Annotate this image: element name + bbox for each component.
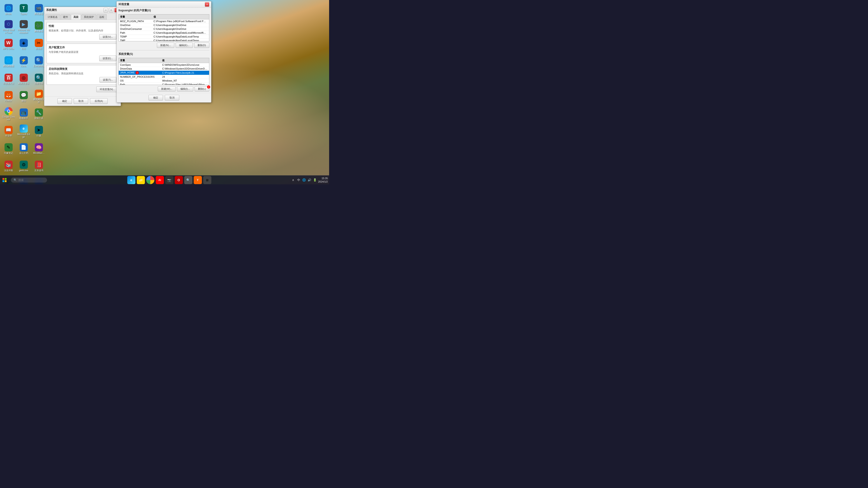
tab-remote[interactable]: 远程	[97, 14, 107, 20]
envvar-sys-table-row[interactable]: JAVA_HOME1C:\Program Files\Java\jdk-21	[119, 71, 209, 75]
desktop-icon-jingnote[interactable]: ✎ 印象笔记	[1, 140, 16, 157]
taskbar-app-file-explorer[interactable]: 📁	[137, 176, 145, 184]
jingdong-label: 京东读书	[34, 169, 43, 172]
sysprop-tabs: 计算机名 硬件 高级 系统保护 远程	[44, 13, 121, 20]
envvar-user-var-name: MOZ_PLUGIN_PATH	[119, 20, 152, 23]
envvar-user-table-container[interactable]: 变量 值 MOZ_PLUGIN_PATHC:\Program Files (x8…	[119, 14, 209, 41]
dianshizhushou-icon: 📺	[20, 108, 28, 117]
sysprop-perf-settings-btn[interactable]: 设置(V)...	[99, 34, 116, 40]
envvar-user-buttons: 新建(N)... 编辑(E)... 删除(D)	[117, 41, 211, 49]
jinshangdoc-label: 金山文档	[19, 152, 28, 155]
desktop-icon-dingding[interactable]: ◈ 钉钉	[16, 36, 31, 53]
sysprop-envvar-btn[interactable]: 环境变量(N)...	[96, 87, 119, 92]
desktop-icon-chrome[interactable]: Google Chrome	[1, 105, 16, 123]
tab-computer-name[interactable]: 计算机名	[45, 14, 60, 20]
envvar-cancel-btn[interactable]: 取消	[165, 95, 179, 101]
sysprop-minimize-btn[interactable]: ─	[103, 8, 108, 12]
taskbar-app-chrome[interactable]	[146, 176, 154, 184]
tencent-meeting-label: 腾讯会议	[34, 13, 43, 15]
taskbar-search-bar[interactable]: 🔍	[11, 177, 47, 183]
taskbar-app-opera[interactable]: O	[175, 176, 183, 184]
desktop-icon-baidu[interactable]: 百 百度输入法	[1, 71, 16, 88]
envvar-user-table-row[interactable]: OneDriveConsumerC:\Users\liuguangle\OneD…	[119, 27, 209, 31]
envvar-sys-table-container[interactable]: 变量 值 ComSpecC:\WINDOWS\system32\cmd.exeD…	[119, 58, 209, 85]
envvar-sys-table-row[interactable]: PathC:\Program Files (x86)\VMware\VMware…	[119, 83, 209, 85]
sysprop-startup-settings-btn[interactable]: 设置(T)...	[99, 77, 116, 83]
desktop-icon-xunlei[interactable]: ⚡ Xunlei	[16, 53, 31, 70]
taskbar-app-magnifier[interactable]: 🔍	[184, 176, 192, 184]
envvar-user-table-row[interactable]: TMPC:\Users\liuguangle\AppData\Local\Tem…	[119, 39, 209, 41]
tab-hardware[interactable]: 硬件	[61, 14, 70, 20]
desktop-icon-geek[interactable]: ⚙ geek.exe	[16, 158, 31, 175]
envvar-user-table: 变量 值 MOZ_PLUGIN_PATHC:\Program Files (x8…	[119, 14, 209, 41]
desktop-icon-wps[interactable]: W WPS Office	[1, 36, 16, 53]
envvar-user-table-row[interactable]: PathC:\Users\liuguangle\AppData\Local\Mi…	[119, 31, 209, 35]
tray-expand-btn[interactable]: ∧	[291, 178, 296, 182]
sysprop-title: 系统属性	[46, 8, 57, 12]
qqbrowser-label: 腾讯网络图	[3, 65, 14, 68]
taskbar-app-camera[interactable]: 📷	[165, 176, 174, 184]
taskbar-search-icon: 🔍	[13, 178, 17, 182]
desktop-icon-weixin[interactable]: 💬 微信	[16, 88, 31, 105]
taskbar-app-edge[interactable]: e	[127, 176, 135, 184]
desktop-icon-qqbrowser[interactable]: 🌐 腾讯网络图	[1, 53, 16, 70]
sysprop-profile-settings-btn[interactable]: 设置(E)...	[99, 56, 116, 61]
desktop-icon-dirvuio[interactable]: 🌐 dirvuio	[1, 1, 16, 18]
tab-system-protection[interactable]: 系统保护	[81, 14, 96, 20]
envvar-user-table-row[interactable]: TEMPC:\Users\liuguangle\AppData\Local\Te…	[119, 35, 209, 39]
desktop-icon-zuoye[interactable]: 📖 作业帮	[1, 123, 16, 140]
envvar-sys-table-row[interactable]: ComSpecC:\WINDOWS\system32\cmd.exe	[119, 63, 209, 67]
envvar-user-table-row[interactable]: MOZ_PLUGIN_PATHC:\Program Files (x86)\Fo…	[119, 20, 209, 23]
envvar-sys-edit-btn[interactable]: 编辑(I)...	[177, 86, 193, 92]
xunsuoshuke-icon: 🔍	[35, 74, 43, 82]
envvar-user-var-name: OneDrive	[119, 23, 152, 27]
tray-battery-icon[interactable]: 🔋	[313, 178, 317, 182]
envvar-user-table-row[interactable]: OneDriveC:\Users\liuguangle\OneDrive	[119, 23, 209, 27]
envvar-sys-new-btn[interactable]: 新建(W)...	[158, 86, 176, 92]
envvar-sys-table-row[interactable]: DriverDataC:\Windows\System32\Drivers\Dr…	[119, 67, 209, 71]
taskbar-app-unknown[interactable]: ⊞	[203, 176, 211, 184]
tab-advanced[interactable]: 高级	[71, 14, 81, 20]
tray-volume-icon[interactable]: 🔊	[307, 178, 312, 182]
desktop-icon-mindmanager[interactable]: 🧠 MindMan...	[31, 140, 46, 157]
envvar-sys-table-row[interactable]: NUMBER_OF_PROCESSORS24	[119, 75, 209, 79]
dianshizhushou-label: 电视助手	[19, 117, 28, 120]
sysprop-ok-btn[interactable]: 确定	[57, 98, 72, 104]
sysprop-maximize-btn[interactable]: □	[109, 8, 114, 12]
tray-input-method-icon[interactable]: 中	[296, 178, 301, 182]
desktop-icon-jiaohao[interactable]: 🔧 剪辑工具	[31, 105, 46, 123]
everything-label: Everything	[33, 65, 44, 68]
taskbar-search-input[interactable]	[18, 178, 41, 182]
envvar-user-delete-btn[interactable]: 删除(D)	[194, 43, 209, 48]
xunlei-icon: ⚡	[20, 56, 28, 64]
desktop-icon-wangyi[interactable]: ◎ 网易云音乐	[16, 71, 31, 88]
msedge-icon: e	[20, 125, 28, 133]
desktop-icon-jinshangdoc[interactable]: 📄 金山文档	[16, 140, 31, 157]
sysprop-apply-btn[interactable]: 应用(A)	[90, 98, 108, 104]
desktop-icon-fashuoshuke[interactable]: 📚 法说书客	[1, 158, 16, 175]
jingdong-icon: 📕	[35, 161, 43, 169]
envvar-user-new-btn[interactable]: 新建(N)...	[157, 43, 174, 48]
desktop-icon-jingdong[interactable]: 📕 京东读书	[31, 158, 46, 175]
taskbar-clock[interactable]: 15:35 2024/1/2	[318, 177, 328, 183]
desktop-icon-jietou[interactable]: ➤ 行摄	[31, 123, 46, 140]
envvar-user-var-name: TMP	[119, 39, 152, 41]
envvar-user-edit-btn[interactable]: 编辑(E)...	[176, 43, 193, 48]
envvar-sys-table-row[interactable]: OSWindows_NT	[119, 79, 209, 83]
envvar-close-btn[interactable]: ✕	[205, 2, 209, 7]
desktop-icon-typora[interactable]: T Typora	[16, 1, 31, 18]
typora-label: Typora	[20, 13, 27, 15]
everything-icon: 🔍	[35, 56, 43, 64]
desktop-icon-vmware[interactable]: ▶ VMware Workstation	[16, 19, 31, 35]
desktop-icon-vscode[interactable]: ⬡ Visual Studio Code	[1, 19, 16, 35]
envvar-sys-var-value: C:\Program Files\Java\jdk-21	[161, 71, 209, 75]
taskbar-start-btn[interactable]	[0, 175, 9, 185]
tray-network-icon[interactable]: 🌐	[302, 178, 306, 182]
desktop-icon-msedge[interactable]: e Microsoft Edge	[16, 123, 31, 140]
taskbar-app-youdao[interactable]: Y	[194, 176, 202, 184]
desktop-icon-firefox[interactable]: 🦊 Firefox	[1, 88, 16, 105]
desktop-icon-dianshizhushou[interactable]: 📺 电视助手	[16, 105, 31, 123]
envvar-ok-btn[interactable]: 确定	[149, 95, 163, 101]
sysprop-cancel-btn[interactable]: 取消	[74, 98, 88, 104]
taskbar-app-adobe[interactable]: Ai	[156, 176, 164, 184]
